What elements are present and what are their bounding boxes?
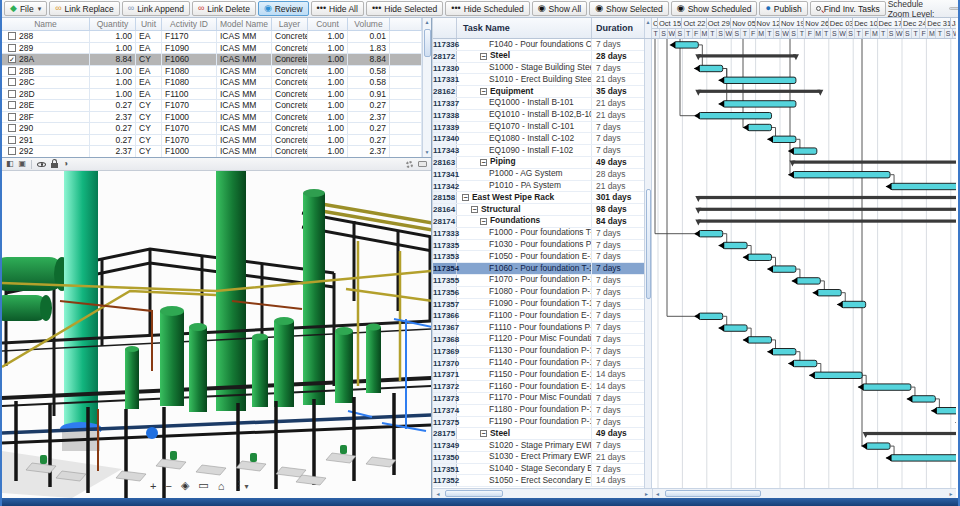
task-row[interactable]: 117373F1170 - Pour Misc Foundations7 day… xyxy=(433,393,644,405)
show-scheduled-button[interactable]: ◉Show Scheduled xyxy=(671,1,758,16)
more-menu-icon[interactable]: ⋮▾ xyxy=(233,479,248,492)
table-row[interactable]: 2891.00EAF1090ICAS MMConcrete1.001.83 xyxy=(2,43,422,55)
task-row[interactable]: 117330S1000 - Stage Building Steel7 days xyxy=(433,63,644,75)
grid-column-header[interactable]: Count xyxy=(308,18,348,30)
task-row[interactable]: 117335F1030 - Pour foundations P-101A, P… xyxy=(433,240,644,252)
link-delete-button[interactable]: ∞Link Delete xyxy=(192,1,256,16)
task-row[interactable]: 28162−Equipment35 days xyxy=(433,86,644,98)
scroll-right-icon[interactable]: ► xyxy=(946,491,956,497)
collapse-icon[interactable]: − xyxy=(471,206,478,213)
task-vertical-scrollbar[interactable] xyxy=(644,39,652,488)
checkbox[interactable] xyxy=(8,147,16,155)
checkbox[interactable] xyxy=(8,113,16,121)
scroll-up-icon[interactable]: ▲ xyxy=(425,18,430,27)
zoom-out-icon[interactable]: − xyxy=(165,480,171,492)
collapse-icon[interactable]: − xyxy=(480,218,487,225)
task-row[interactable]: 28163−Piping49 days xyxy=(433,157,644,169)
task-horizontal-scrollbar[interactable]: ◄ ► xyxy=(433,489,653,498)
table-row[interactable]: 2910.27CYF1070ICAS MMConcrete1.000.27 xyxy=(2,135,422,147)
cube-icon[interactable]: ▣ xyxy=(19,160,27,168)
contrast-icon[interactable]: ◑ xyxy=(63,160,68,168)
task-row[interactable]: 117350S1030 - Erect Primary EWPR Steel21… xyxy=(433,452,644,464)
task-hscroll-thumb[interactable] xyxy=(445,490,503,497)
task-row[interactable]: 117369F1130 - Pour foundation P-104A7 da… xyxy=(433,346,644,358)
task-row[interactable]: 117356F1080 - Pour foundation P-103A, P-… xyxy=(433,287,644,299)
task-row[interactable]: 28172−Steel28 days xyxy=(433,51,644,63)
3d-viewport[interactable]: + − ◈ ▭ ⌂ ⋮▾ xyxy=(2,171,431,498)
task-row[interactable]: 28175−Steel49 days xyxy=(433,428,644,440)
find-inv-tasks-button[interactable]: Find Inv. Tasks xyxy=(810,1,886,16)
grid-column-header[interactable]: Model Name xyxy=(217,18,272,30)
screen-icon[interactable] xyxy=(418,161,427,167)
grid-scroll-thumb[interactable] xyxy=(424,29,431,57)
task-row[interactable]: 117342P1010 - PA System21 days xyxy=(433,181,644,193)
grid-column-header[interactable]: Name xyxy=(2,18,90,30)
checkbox[interactable] xyxy=(8,136,16,144)
checkbox[interactable] xyxy=(8,44,16,52)
task-row[interactable]: 117352S1050 - Erect Secondary EWPR Steel… xyxy=(433,475,644,487)
grid-vertical-scrollbar[interactable]: ▲ ▼ xyxy=(422,18,431,157)
checkbox[interactable] xyxy=(8,67,16,75)
home-view-icon[interactable]: ⌂ xyxy=(218,480,225,492)
checkbox[interactable] xyxy=(8,78,16,86)
collapse-icon[interactable]: − xyxy=(480,53,487,60)
task-scroll-up-icon[interactable]: ▲ xyxy=(644,18,652,38)
table-row[interactable]: 2922.37CYF1000ICAS MMConcrete1.002.37 xyxy=(2,146,422,157)
task-row[interactable]: 117340EQ1080 - Install C-1027 days xyxy=(433,133,644,145)
task-scroll-thumb[interactable] xyxy=(646,189,652,299)
grid-column-header[interactable]: Quantity xyxy=(90,18,136,30)
task-row[interactable]: 117349S1020 - Stage Primary EWPR Steel7 … xyxy=(433,440,644,452)
link-replace-button[interactable]: ∞Link Replace xyxy=(49,1,120,16)
task-row[interactable]: 117343EQ1090 - Install F-1027 days xyxy=(433,145,644,157)
task-row[interactable]: 117339EQ1070 - Install C-1017 days xyxy=(433,122,644,134)
publish-button[interactable]: ●Publish xyxy=(759,1,807,16)
checkbox[interactable] xyxy=(8,101,16,109)
table-row[interactable]: 2881.00EAF1170ICAS MMConcrete1.000.01 xyxy=(2,31,422,43)
collapse-icon[interactable]: − xyxy=(480,88,487,95)
grid-column-header[interactable]: Activity ID xyxy=(162,18,217,30)
table-row[interactable]: 28E0.27CYF1070ICAS MMConcrete1.000.27 xyxy=(2,100,422,112)
gantt-horizontal-scrollbar[interactable]: ◄ ► xyxy=(653,489,956,498)
checkbox[interactable] xyxy=(8,32,16,40)
task-row[interactable]: 28164−Structural98 days xyxy=(433,204,644,216)
show-all-button[interactable]: ◉Show All xyxy=(532,1,587,16)
collapse-icon[interactable]: − xyxy=(480,159,487,166)
table-row[interactable]: 28D1.00EAF1100ICAS MMConcrete1.000.91 xyxy=(2,89,422,101)
task-row[interactable]: 117353F1050 - Pour foundation E-101,E-10… xyxy=(433,251,644,263)
checkbox[interactable] xyxy=(8,124,16,132)
collapse-icon[interactable]: − xyxy=(480,430,487,437)
gantt-hscroll-thumb[interactable] xyxy=(665,490,761,497)
lock-icon[interactable] xyxy=(51,163,58,168)
file-button[interactable]: ◆File▾ xyxy=(4,1,47,16)
eye-icon[interactable] xyxy=(37,162,46,167)
task-row[interactable]: 28158−East West Pipe Rack301 days xyxy=(433,192,644,204)
task-row[interactable]: 117351S1040 - Stage Secondary EEPR Steel… xyxy=(433,464,644,476)
grid-column-header[interactable]: Volume xyxy=(348,18,390,30)
fit-view-icon[interactable]: ◈ xyxy=(181,479,189,492)
hide-selected-button[interactable]: •••Hide Selected xyxy=(366,1,443,16)
task-row[interactable]: 117372F1160 - Pour foundation E-10514 da… xyxy=(433,381,644,393)
task-row[interactable]: 117366F1100 - Pour foundation E-1037 day… xyxy=(433,310,644,322)
task-row[interactable]: 117368F1120 - Pour Misc Foundations7 day… xyxy=(433,334,644,346)
collapse-icon[interactable]: − xyxy=(462,194,469,201)
task-row[interactable]: 117367F1110 - Pour foundations P-114, P-… xyxy=(433,322,644,334)
table-row[interactable]: 2900.27CYF1070ICAS MMConcrete1.000.27 xyxy=(2,123,422,135)
zoom-window-icon[interactable]: ▭ xyxy=(198,479,208,492)
table-row[interactable]: ✓28A8.84CYF1060ICAS MMConcrete1.008.84 xyxy=(2,54,422,66)
task-row[interactable]: 28174−Foundations84 days xyxy=(433,216,644,228)
task-row[interactable]: 117371F1150 - Pour foundation E-10414 da… xyxy=(433,369,644,381)
task-row[interactable]: 117355F1070 - Pour foundation P-132A, P-… xyxy=(433,275,644,287)
table-row[interactable]: 28B1.00EAF1080ICAS MMConcrete1.000.58 xyxy=(2,66,422,78)
task-row[interactable]: 117337EQ1000 - Install B-10121 days xyxy=(433,98,644,110)
task-row[interactable]: 117333F1000 - Pour foundations T-104A,T-… xyxy=(433,228,644,240)
checkbox[interactable]: ✓ xyxy=(8,55,16,63)
task-row[interactable]: 117341P1000 - AG System28 days xyxy=(433,169,644,181)
schedule-zoom-slider[interactable] xyxy=(949,7,960,10)
review-button[interactable]: ◉Review xyxy=(258,1,309,16)
table-row[interactable]: 28F2.37CYF1000ICAS MMConcrete1.002.37 xyxy=(2,112,422,124)
link-append-button[interactable]: ∞Link Append xyxy=(122,1,190,16)
task-row[interactable]: 117338EQ1010 - Install B-102,B-10321 day… xyxy=(433,110,644,122)
task-row[interactable]: 117370F1140 - Pour foundation P-104B7 da… xyxy=(433,358,644,370)
table-row[interactable]: 28C1.00EAF1080ICAS MMConcrete1.000.58 xyxy=(2,77,422,89)
checkbox[interactable] xyxy=(8,90,16,98)
